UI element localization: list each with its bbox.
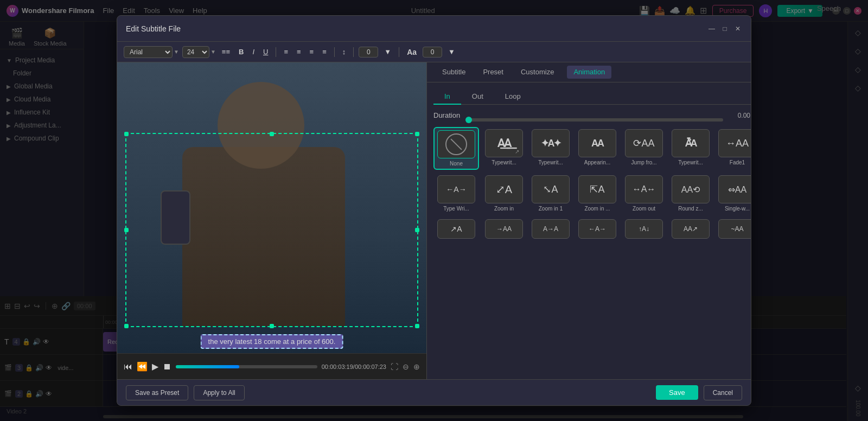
modal-close-button[interactable]: ✕	[733, 24, 742, 33]
anim-item-jumpfrom[interactable]: ⟳AA Jump fro...	[622, 127, 666, 170]
anim-item-typewrite3[interactable]: Ā̈A Typewrit...	[669, 127, 712, 170]
anim-item-fade1[interactable]: ↔AA Fade1	[716, 127, 751, 170]
anim-label-zoomin1: Zoom in 1	[531, 206, 570, 212]
tb-align-left-button[interactable]: ≡	[281, 47, 291, 57]
none-line-icon	[450, 138, 462, 150]
ctrl-add-button[interactable]: ⊕	[413, 362, 420, 371]
video-content	[117, 62, 426, 353]
tab-preset[interactable]: Preset	[474, 62, 512, 82]
toolbar-separator-1	[276, 47, 276, 57]
modal-bottom-bar: Save as Preset Apply to All Save Cancel	[117, 379, 751, 405]
ctrl-stop-button[interactable]: ⏹	[163, 362, 171, 372]
duration-slider[interactable]	[465, 118, 723, 122]
anim-item-zoomin[interactable]: ⤢A Zoom in	[482, 173, 526, 214]
save-preset-button[interactable]: Save as Preset	[126, 385, 188, 400]
edit-subtitle-modal: Edit Subtitle File — □ ✕ Arial ▼ 24 ▼ ≡≡	[117, 15, 751, 406]
anim-thumb-appearing: AA	[578, 129, 616, 157]
anim-label-zoomout: Zoom out	[624, 206, 663, 212]
anim-zoomin-icon: ⤢A	[496, 183, 512, 196]
anim-appearing-icon: AA	[591, 138, 603, 149]
anim-item-zoomin2[interactable]: ⇱A Zoom in ...	[576, 173, 619, 214]
time-current: 00:00:03:19	[322, 363, 353, 370]
modal-body: the very latest 18 come at a price of 60…	[117, 62, 751, 379]
anim-item-row3-4[interactable]: ←A→	[576, 217, 619, 241]
anim-item-zoomout[interactable]: ↔A↔ Zoom out	[622, 173, 666, 214]
font-size-select[interactable]: 24	[182, 46, 209, 58]
anim-item-zoomin1[interactable]: ⤡A Zoom in 1	[529, 173, 572, 214]
anim-item-row3-5[interactable]: ↑A↓	[622, 217, 666, 241]
anim-item-row3-1[interactable]: ↗A	[433, 217, 479, 241]
ctrl-skip-back-button[interactable]: ⏮	[124, 362, 132, 372]
anim-subtab-loop[interactable]: Loop	[494, 89, 532, 105]
anim-item-roundz[interactable]: AA⟲ Round z...	[669, 173, 712, 214]
anim-item-typewrite2[interactable]: ✦A✦ Typewrit...	[529, 127, 572, 170]
tb-num-input-2[interactable]	[423, 47, 442, 58]
tab-customize[interactable]: Customize	[512, 62, 563, 82]
duration-slider-container	[465, 114, 723, 117]
anim-item-row3-3[interactable]: A→A	[529, 217, 572, 241]
anim-thumb-row3-3: A→A	[532, 219, 570, 239]
anim-subtabs: In Out Loop	[433, 89, 751, 105]
modal-minimize-button[interactable]: —	[707, 24, 716, 33]
tb-underline-button[interactable]: U	[260, 47, 271, 57]
modal-header: Edit Subtitle File — □ ✕	[117, 16, 751, 42]
anim-r3-6-icon: AA↗	[684, 225, 698, 233]
anim-typewrite4-icon: ←A→	[446, 185, 466, 194]
modal-title: Edit Subtitle File	[126, 24, 701, 33]
anim-label-zoomin: Zoom in	[484, 206, 524, 212]
anim-item-row3-2[interactable]: →AA	[482, 217, 526, 241]
progress-bar-container[interactable]	[176, 365, 317, 368]
tb-align-center-button[interactable]: ≡	[294, 47, 304, 57]
font-family-select[interactable]: Arial	[124, 46, 173, 58]
tab-animation[interactable]: Animation	[567, 66, 611, 79]
video-subtitle[interactable]: the very latest 18 come at a price of 60…	[201, 334, 343, 349]
anim-r3-4-icon: ←A→	[589, 225, 606, 233]
modal-maximize-button[interactable]: □	[720, 24, 729, 33]
tb-vertical-button[interactable]: ↕	[340, 47, 349, 57]
ctrl-fullscreen-button[interactable]: ⛶	[391, 362, 398, 371]
modal-overlay: Edit Subtitle File — □ ✕ Arial ▼ 24 ▼ ≡≡	[0, 0, 868, 421]
ctrl-prev-frame-button[interactable]: ⏪	[137, 361, 148, 372]
tb-num2-up-button[interactable]: ▼	[445, 47, 458, 57]
anim-thumb-zoomin1: ⤡A	[532, 175, 570, 203]
tb-align-right-button[interactable]: ≡	[307, 47, 317, 57]
anim-item-typewrite4[interactable]: ←A→ Type Wri...	[433, 173, 479, 214]
tb-lines-button[interactable]: ≡≡	[219, 47, 233, 57]
anim-item-singlew[interactable]: ⇔AA Single-w...	[716, 173, 751, 214]
anim-subtab-out[interactable]: Out	[461, 89, 494, 105]
ctrl-settings-button[interactable]: ⊖	[403, 362, 409, 371]
modal-win-controls: — □ ✕	[707, 24, 742, 33]
font-size-dropdown-icon: ▼	[210, 49, 216, 55]
progress-bar-fill	[176, 365, 239, 368]
anim-label-zoomin2: Zoom in ...	[578, 206, 617, 212]
anim-item-none[interactable]: None	[433, 127, 479, 170]
anim-zoomin1-icon: ⤡A	[543, 183, 558, 195]
anim-item-typewrite1[interactable]: A͟A͟ ↗ Typewrit...	[482, 127, 526, 170]
anim-label-fade1: Fade1	[718, 160, 751, 165]
anim-thumb-none	[437, 130, 475, 158]
anim-subtab-in[interactable]: In	[433, 89, 461, 105]
tab-subtitle[interactable]: Subtitle	[433, 62, 474, 82]
none-circle-icon	[445, 133, 467, 155]
apply-all-button[interactable]: Apply to All	[194, 385, 244, 400]
anim-thumb-row3-7: ~AA	[718, 219, 751, 239]
ctrl-play-button[interactable]: ▶	[152, 361, 158, 372]
anim-thumb-row3-6: AA↗	[672, 219, 710, 239]
cancel-button[interactable]: Cancel	[704, 385, 742, 400]
anim-thumb-typewrite3: Ā̈A	[672, 129, 710, 157]
tb-align-justify-button[interactable]: ≡	[320, 47, 329, 57]
anim-item-row3-7[interactable]: ~AA	[716, 217, 751, 241]
tb-aa-button[interactable]: Aa	[404, 47, 419, 58]
person-body	[182, 147, 345, 326]
anim-item-row3-6[interactable]: AA↗	[669, 217, 712, 241]
anim-item-appearing[interactable]: AA Appearin...	[576, 127, 619, 170]
anim-thumb-typewrite2: ✦A✦	[532, 129, 570, 157]
anim-thumb-typewrite4: ←A→	[437, 175, 475, 203]
anim-singlew-icon: ⇔AA	[728, 184, 746, 195]
save-button[interactable]: Save	[656, 385, 698, 400]
tb-bold-button[interactable]: B	[236, 47, 246, 57]
tb-num-input-1[interactable]	[359, 47, 378, 58]
tb-num1-up-button[interactable]: ▼	[381, 47, 394, 57]
modal-toolbar: Arial ▼ 24 ▼ ≡≡ B I U ≡ ≡ ≡ ≡ ↕	[117, 42, 751, 62]
tb-italic-button[interactable]: I	[250, 47, 257, 57]
